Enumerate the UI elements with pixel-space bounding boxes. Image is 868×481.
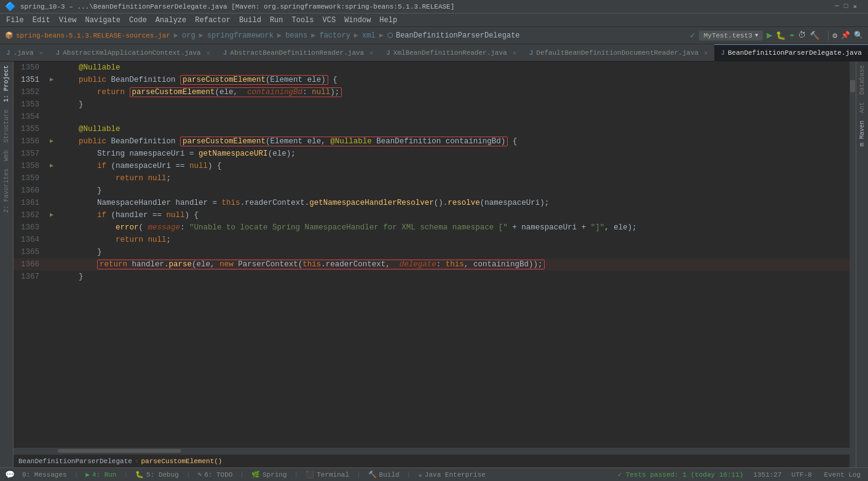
status-sep1: | — [74, 471, 79, 479]
tab-xml-bean[interactable]: J XmlBeanDefinitionReader.java ✕ — [380, 44, 523, 61]
run-config[interactable]: MyTest.test3 ▼ — [699, 31, 763, 41]
tab-close[interactable]: ✕ — [513, 49, 516, 57]
menu-item-view[interactable]: View — [55, 15, 81, 26]
tab-label: DefaultBeanDefinitionDocumentReader.java — [536, 49, 698, 57]
status-debug[interactable]: 🐛 5: Debug — [133, 469, 181, 480]
code-editor[interactable]: 1350 @Nullable 1351 ▶ public BeanDefinit… — [14, 62, 850, 448]
h-scroll-thumb[interactable] — [58, 449, 181, 453]
tab-close[interactable]: ✕ — [369, 49, 373, 57]
nav-springframework[interactable]: springframework — [207, 31, 274, 40]
status-terminal[interactable]: ⬛ Terminal — [303, 469, 352, 480]
nav-jar[interactable]: spring-beans-5.1.3.RELEASE-sources.jar — [16, 32, 170, 39]
code-line-1363: 1363 error( message: "Unable to locate S… — [14, 221, 850, 234]
v-scroll-thumb[interactable] — [850, 80, 855, 92]
menu-item-window[interactable]: Window — [341, 15, 374, 26]
tab-close[interactable]: ✕ — [39, 49, 43, 57]
sidebar-item-project[interactable]: 1: Project — [2, 62, 11, 106]
right-panel-maven[interactable]: m Maven — [858, 117, 867, 150]
gutter-arrow-1362: ▶ — [50, 209, 53, 221]
search-everywhere-icon[interactable]: 🔍 — [854, 31, 863, 40]
menu-item-edit[interactable]: Edit — [29, 15, 54, 26]
maximize-button[interactable]: □ — [844, 2, 848, 10]
profile-button[interactable]: ⏱ — [798, 31, 806, 40]
tab-java-short[interactable]: J .java ✕ — [0, 44, 50, 61]
menu-item-navigate[interactable]: Navigate — [81, 15, 124, 26]
tab-default-bean[interactable]: J DefaultBeanDefinitionDocumentReader.ja… — [523, 44, 715, 61]
nav-bar: 📦 spring-beans-5.1.3.RELEASE-sources.jar… — [0, 27, 868, 44]
status-sep7: | — [407, 471, 411, 479]
tab-abstract-xml[interactable]: J AbstractXmlApplicationContext.java ✕ — [50, 44, 217, 61]
pin-icon[interactable]: 📌 — [841, 31, 850, 40]
tab-icon: J — [386, 49, 390, 57]
status-encoding[interactable]: UTF-8 — [792, 471, 812, 479]
gutter-arrow-1356: ▶ — [50, 135, 53, 148]
menu-item-analyze[interactable]: Analyze — [152, 15, 190, 26]
gutter-cell: ▶ — [45, 74, 58, 86]
right-panel-ant[interactable]: Ant — [858, 98, 867, 117]
build-button[interactable]: 🔨 — [810, 31, 819, 41]
line-number: 1362 — [14, 209, 45, 221]
nav-sep6: ▶ — [379, 31, 384, 40]
line-content: return parseCustomElement(ele, containin… — [58, 86, 850, 98]
tab-close[interactable]: ✕ — [704, 49, 708, 57]
nav-sync-icon[interactable]: ✓ — [690, 30, 695, 41]
menu-item-vcs[interactable]: VCS — [319, 15, 340, 26]
code-line-1356: 1356 ▶ public BeanDefinition parseCustom… — [14, 135, 850, 148]
nav-factory[interactable]: factory — [319, 31, 350, 40]
status-spring[interactable]: 🌿 Spring — [249, 469, 290, 480]
line-content: public BeanDefinition parseCustomElement… — [58, 74, 850, 86]
menu-item-help[interactable]: Help — [376, 15, 401, 26]
breadcrumb-class[interactable]: BeanDefinitionParserDelegate — [18, 458, 132, 465]
line-number: 1351 — [14, 74, 45, 86]
todo-icon: ✎ — [198, 471, 202, 479]
line-content: return handler.parse(ele, new ParserCont… — [58, 258, 850, 271]
tab-bean-definition-parser[interactable]: J BeanDefinitionParserDelegate.java ✕ — [714, 44, 868, 61]
debug-button[interactable]: 🐛 — [776, 31, 786, 41]
nav-beans[interactable]: beans — [285, 31, 307, 40]
menu-item-refactor[interactable]: Refactor — [191, 15, 234, 26]
sidebar-item-structure[interactable]: Structure — [2, 106, 11, 146]
minimize-button[interactable]: ─ — [835, 2, 839, 10]
line-content: return null; — [58, 172, 850, 185]
sidebar-item-web[interactable]: Web — [2, 146, 11, 165]
tab-abstract-bean[interactable]: J AbstractBeanDefinitionReader.java ✕ — [217, 44, 380, 61]
breadcrumb-method[interactable]: parseCustomElement() — [141, 458, 222, 465]
line-content: } — [58, 271, 850, 283]
menu-item-file[interactable]: File — [2, 15, 28, 26]
status-run[interactable]: ▶ 4: Run — [83, 469, 119, 480]
horizontal-scrollbar[interactable] — [14, 448, 850, 454]
status-event-log[interactable]: Event Log — [822, 470, 863, 480]
line-number: 1356 — [14, 135, 45, 148]
tab-label: XmlBeanDefinitionReader.java — [393, 49, 507, 57]
right-panel-database[interactable]: Database — [858, 62, 867, 98]
line-number: 1359 — [14, 172, 45, 185]
app-icon: 🔷 — [5, 1, 15, 12]
nav-org[interactable]: org — [182, 31, 195, 40]
status-messages[interactable]: 0: Messages — [20, 470, 69, 480]
gutter-cell: ▶ — [45, 160, 58, 172]
menu-item-run[interactable]: Run — [266, 15, 287, 26]
window-controls[interactable]: ─ □ ✕ — [835, 2, 857, 10]
build-status-icon: 🔨 — [368, 471, 377, 479]
menu-item-build[interactable]: Build — [235, 15, 265, 26]
menu-item-code[interactable]: Code — [125, 15, 151, 26]
coverage-button[interactable]: ☂ — [789, 31, 794, 41]
status-todo[interactable]: ✎ 6: TODO — [195, 469, 235, 480]
tab-close[interactable]: ✕ — [207, 49, 210, 57]
code-line-1350: 1350 @Nullable — [14, 62, 850, 74]
vertical-scrollbar[interactable] — [850, 62, 856, 467]
nav-class[interactable]: BeanDefinitionParserDelegate — [396, 31, 520, 40]
run-button[interactable]: ▶ — [767, 30, 772, 41]
nav-xml[interactable]: xml — [362, 31, 376, 40]
status-position[interactable]: 1351:27 — [753, 471, 781, 479]
settings-icon[interactable]: ⚙ — [832, 31, 837, 41]
menu-item-tools[interactable]: Tools — [288, 15, 318, 26]
tab-label: AbstractXmlApplicationContext.java — [63, 49, 200, 57]
code-line-1358: 1358 ▶ if (namespaceUri == null) { — [14, 160, 850, 172]
run-config-dropdown-icon[interactable]: ▼ — [755, 33, 758, 39]
status-java-enterprise[interactable]: ☕ Java Enterprise — [416, 469, 488, 480]
close-button[interactable]: ✕ — [853, 2, 857, 10]
status-build[interactable]: 🔨 Build — [366, 469, 402, 480]
line-content: if (namespaceUri == null) { — [58, 160, 850, 172]
sidebar-item-favorites[interactable]: 2: Favorites — [2, 165, 11, 217]
